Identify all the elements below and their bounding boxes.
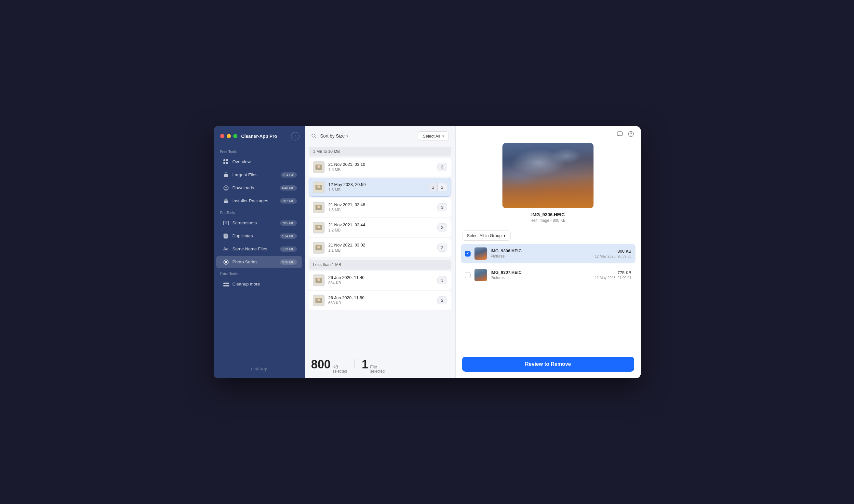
review-bar: Review to Remove bbox=[456, 352, 641, 378]
downloads-label: Downloads bbox=[233, 185, 277, 190]
preview-filetype: Heif Image - 800 KB bbox=[530, 218, 565, 223]
sidebar-item-cleanup-more[interactable]: Cleanup more bbox=[216, 278, 302, 290]
file-info: 21 Nov 2021, 02:44 1,2 MB bbox=[328, 222, 434, 233]
cleanup-icon bbox=[223, 281, 229, 287]
grid-icon bbox=[223, 159, 229, 165]
svg-rect-4 bbox=[224, 174, 228, 177]
sort-chevron: ▾ bbox=[346, 134, 348, 138]
group-header-1mb-10mb: 1 MB to 10 MB bbox=[309, 147, 451, 157]
right-file-thumbnail bbox=[474, 248, 487, 260]
same-name-badge: 119 MB bbox=[280, 247, 297, 252]
sidebar-item-largest-files[interactable]: Largest Files 8.4 GB bbox=[216, 169, 302, 181]
sidebar: Cleaner-App Pro ‹ Free Tools Overview bbox=[214, 126, 305, 378]
svg-rect-15 bbox=[223, 283, 225, 284]
downloads-badge: 840 MB bbox=[280, 185, 297, 191]
sidebar-item-duplicates[interactable]: Duplicates 514 MB bbox=[216, 230, 302, 242]
file-count-badge: 3 bbox=[437, 276, 447, 284]
file-row[interactable]: 21 Nov 2021, 03:10 1,6 MB 3 bbox=[309, 158, 451, 177]
largest-files-label: Largest Files bbox=[233, 172, 278, 177]
right-file-info: IMG_9306.HEIC Pictures bbox=[491, 248, 591, 258]
file-date: 26 Jun 2020, 11:50 bbox=[328, 295, 434, 300]
select-all-in-group-button[interactable]: Select All in Group ▾ bbox=[462, 231, 511, 240]
file-count-badge: 3 bbox=[437, 163, 447, 171]
duplicates-icon bbox=[223, 233, 229, 239]
file-checkbox[interactable] bbox=[465, 272, 471, 278]
file-row[interactable]: 26 Jun 2020, 11:40 834 KB 3 bbox=[309, 271, 451, 290]
right-file-meta: 775 KB 12 May 2023, 21:00:01 bbox=[595, 270, 632, 280]
app-window: Cleaner-App Pro ‹ Free Tools Overview bbox=[214, 126, 641, 378]
svg-point-46 bbox=[631, 135, 631, 136]
svg-point-40 bbox=[317, 278, 320, 281]
sidebar-item-screenshots[interactable]: Screenshots 785 MB bbox=[216, 217, 302, 229]
back-button[interactable]: ‹ bbox=[291, 132, 299, 141]
file-thumbnail bbox=[313, 294, 325, 306]
svg-point-28 bbox=[317, 185, 320, 188]
section-label-extra-tools: Extra Tools bbox=[214, 269, 305, 278]
back-icon: ‹ bbox=[295, 134, 296, 139]
close-button[interactable] bbox=[220, 134, 224, 138]
right-file-item[interactable]: IMG_9307.HEIC Pictures 775 KB 12 May 202… bbox=[461, 265, 635, 285]
main-panel: Sort by Size ▾ Select All ▾ 1 MB to 10 M… bbox=[305, 126, 455, 378]
file-size: 1,2 MB bbox=[328, 228, 434, 233]
maximize-button[interactable] bbox=[233, 134, 237, 138]
file-row[interactable]: 21 Nov 2021, 02:48 1,5 MB 3 bbox=[309, 198, 451, 217]
file-date: 21 Nov 2021, 03:02 bbox=[328, 242, 434, 248]
file-date: 21 Nov 2021, 03:10 bbox=[328, 162, 434, 167]
file-size: 1,6 MB bbox=[328, 187, 425, 192]
installer-badge: 287 MB bbox=[280, 198, 297, 203]
duplicates-badge: 514 MB bbox=[280, 233, 297, 239]
svg-point-34 bbox=[317, 226, 320, 228]
right-file-info: IMG_9307.HEIC Pictures bbox=[491, 270, 591, 280]
right-file-size: 775 KB bbox=[595, 270, 632, 275]
file-count-badge: 3 bbox=[437, 203, 447, 211]
svg-rect-0 bbox=[223, 159, 225, 161]
file-thumbnail bbox=[313, 242, 325, 254]
file-size: 834 KB bbox=[328, 281, 434, 285]
file-count-badge: 2 bbox=[437, 296, 447, 304]
file-info: 21 Nov 2021, 03:02 1,1 MB bbox=[328, 242, 434, 253]
photo-series-icon bbox=[223, 259, 229, 265]
sidebar-item-overview[interactable]: Overview bbox=[216, 156, 302, 168]
file-info: 12 May 2023, 20:59 1,6 MB bbox=[328, 182, 425, 192]
file-row[interactable]: 26 Jun 2020, 11:50 663 KB 2 bbox=[309, 291, 451, 310]
right-panel: IMG_9306.HEIC Heif Image - 800 KB Select… bbox=[455, 126, 641, 378]
file-thumbnail bbox=[313, 181, 325, 193]
right-top-bar bbox=[456, 126, 641, 140]
file-size: 1,6 MB bbox=[328, 167, 434, 172]
sidebar-footer: nektony bbox=[214, 359, 305, 378]
file-thumbnail bbox=[313, 274, 325, 286]
preview-filename: IMG_9306.HEIC bbox=[531, 212, 565, 217]
file-checkbox[interactable] bbox=[465, 251, 471, 256]
svg-point-13 bbox=[225, 261, 227, 263]
sort-label: Sort by Size bbox=[320, 133, 345, 139]
svg-rect-8 bbox=[223, 221, 229, 225]
sidebar-item-downloads[interactable]: Downloads 840 MB bbox=[216, 182, 302, 194]
file-row[interactable]: 21 Nov 2021, 02:44 1,2 MB 2 bbox=[309, 218, 451, 237]
sidebar-item-installer-packages[interactable]: Installer Packages 287 MB bbox=[216, 195, 302, 207]
select-all-button[interactable]: Select All ▾ bbox=[418, 131, 449, 141]
review-to-remove-button[interactable]: Review to Remove bbox=[462, 357, 634, 372]
file-size: 1,5 MB bbox=[328, 208, 434, 212]
size-value: 800 bbox=[311, 358, 331, 371]
chat-button[interactable] bbox=[617, 131, 623, 137]
download-icon bbox=[223, 185, 229, 191]
minimize-button[interactable] bbox=[227, 134, 231, 138]
select-in-group-chevron: ▾ bbox=[504, 233, 506, 238]
size-sublabel: selected bbox=[333, 369, 347, 374]
file-row[interactable]: 21 Nov 2021, 03:02 1,1 MB 2 bbox=[309, 238, 451, 257]
help-button[interactable] bbox=[628, 131, 634, 137]
sidebar-item-photo-series[interactable]: Photo Series 926 MB bbox=[216, 256, 302, 268]
file-row[interactable]: 12 May 2023, 20:59 1,6 MB 1 2 bbox=[309, 178, 451, 197]
file-size: 663 KB bbox=[328, 301, 434, 305]
file-date: 21 Nov 2021, 02:48 bbox=[328, 202, 434, 207]
preview-image bbox=[503, 143, 594, 208]
right-file-name: IMG_9307.HEIC bbox=[491, 270, 591, 275]
svg-rect-1 bbox=[226, 159, 228, 161]
sort-by-size-button[interactable]: Sort by Size ▾ bbox=[320, 133, 348, 139]
sidebar-item-same-name-files[interactable]: Aa Same Name Files 119 MB bbox=[216, 243, 302, 255]
right-file-item[interactable]: IMG_9306.HEIC Pictures 800 KB 12 May 202… bbox=[461, 244, 635, 264]
section-label-pro-tools: Pro Tools bbox=[214, 208, 305, 217]
group-selector-bar: Select All in Group ▾ bbox=[456, 228, 641, 244]
svg-point-9 bbox=[225, 222, 227, 224]
right-file-name: IMG_9306.HEIC bbox=[491, 248, 591, 253]
